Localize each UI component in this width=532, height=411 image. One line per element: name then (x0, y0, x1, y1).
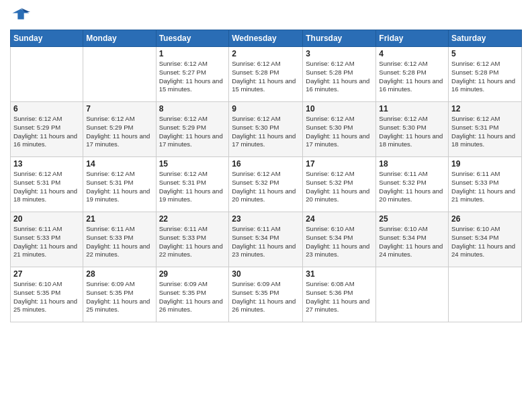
day-number: 6 (13, 104, 80, 113)
day-info: Sunrise: 6:11 AM Sunset: 5:33 PM Dayligh… (86, 225, 152, 259)
day-cell (449, 267, 522, 322)
day-info: Sunrise: 6:12 AM Sunset: 5:28 PM Dayligh… (379, 60, 445, 94)
day-info: Sunrise: 6:12 AM Sunset: 5:28 PM Dayligh… (451, 60, 519, 94)
logo (10, 7, 32, 24)
day-cell: 15Sunrise: 6:12 AM Sunset: 5:31 PM Dayli… (156, 157, 229, 212)
day-info: Sunrise: 6:12 AM Sunset: 5:30 PM Dayligh… (232, 115, 300, 149)
day-info: Sunrise: 6:12 AM Sunset: 5:30 PM Dayligh… (306, 115, 373, 149)
day-cell: 4Sunrise: 6:12 AM Sunset: 5:28 PM Daylig… (376, 47, 449, 102)
day-number: 17 (306, 159, 373, 169)
day-cell: 14Sunrise: 6:12 AM Sunset: 5:31 PM Dayli… (83, 157, 156, 212)
day-number: 2 (232, 49, 300, 58)
day-info: Sunrise: 6:12 AM Sunset: 5:31 PM Dayligh… (86, 170, 152, 204)
logo-icon (11, 7, 30, 21)
day-number: 27 (13, 269, 80, 279)
weekday-header-thursday: Thursday (303, 30, 376, 47)
day-info: Sunrise: 6:09 AM Sunset: 5:35 PM Dayligh… (86, 280, 152, 314)
day-info: Sunrise: 6:12 AM Sunset: 5:29 PM Dayligh… (13, 115, 80, 149)
day-number: 20 (13, 214, 80, 224)
day-cell: 31Sunrise: 6:08 AM Sunset: 5:36 PM Dayli… (303, 267, 376, 322)
day-cell: 16Sunrise: 6:12 AM Sunset: 5:32 PM Dayli… (229, 157, 303, 212)
weekday-header-wednesday: Wednesday (229, 30, 303, 47)
day-cell: 12Sunrise: 6:12 AM Sunset: 5:31 PM Dayli… (449, 102, 522, 157)
day-info: Sunrise: 6:11 AM Sunset: 5:33 PM Dayligh… (13, 225, 80, 259)
week-row-2: 6Sunrise: 6:12 AM Sunset: 5:29 PM Daylig… (11, 102, 522, 157)
day-cell: 10Sunrise: 6:12 AM Sunset: 5:30 PM Dayli… (303, 102, 376, 157)
weekday-header-sunday: Sunday (11, 30, 83, 47)
day-cell: 11Sunrise: 6:12 AM Sunset: 5:30 PM Dayli… (376, 102, 449, 157)
day-info: Sunrise: 6:09 AM Sunset: 5:35 PM Dayligh… (232, 280, 300, 314)
day-number: 11 (379, 104, 445, 113)
day-info: Sunrise: 6:12 AM Sunset: 5:28 PM Dayligh… (306, 60, 373, 94)
weekday-row: SundayMondayTuesdayWednesdayThursdayFrid… (11, 30, 522, 47)
day-number: 7 (86, 104, 152, 113)
day-number: 25 (379, 214, 445, 224)
day-cell: 22Sunrise: 6:11 AM Sunset: 5:33 PM Dayli… (156, 212, 229, 267)
day-info: Sunrise: 6:12 AM Sunset: 5:32 PM Dayligh… (232, 170, 300, 204)
day-number: 30 (232, 269, 300, 279)
day-number: 26 (451, 214, 519, 224)
day-cell (11, 47, 83, 102)
day-cell: 21Sunrise: 6:11 AM Sunset: 5:33 PM Dayli… (83, 212, 156, 267)
day-number: 4 (379, 49, 445, 58)
day-cell: 18Sunrise: 6:11 AM Sunset: 5:32 PM Dayli… (376, 157, 449, 212)
weekday-header-monday: Monday (83, 30, 156, 47)
day-cell: 29Sunrise: 6:09 AM Sunset: 5:35 PM Dayli… (156, 267, 229, 322)
day-info: Sunrise: 6:12 AM Sunset: 5:32 PM Dayligh… (306, 170, 373, 204)
day-number: 23 (232, 214, 300, 224)
day-info: Sunrise: 6:12 AM Sunset: 5:31 PM Dayligh… (13, 170, 80, 204)
day-cell: 19Sunrise: 6:11 AM Sunset: 5:33 PM Dayli… (449, 157, 522, 212)
day-cell (83, 47, 156, 102)
day-info: Sunrise: 6:11 AM Sunset: 5:34 PM Dayligh… (232, 225, 300, 259)
day-info: Sunrise: 6:12 AM Sunset: 5:29 PM Dayligh… (86, 115, 152, 149)
day-number: 12 (451, 104, 519, 113)
day-number: 28 (86, 269, 152, 279)
weekday-header-tuesday: Tuesday (156, 30, 229, 47)
day-cell: 6Sunrise: 6:12 AM Sunset: 5:29 PM Daylig… (11, 102, 83, 157)
day-number: 19 (451, 159, 519, 169)
day-info: Sunrise: 6:12 AM Sunset: 5:27 PM Dayligh… (159, 60, 226, 94)
day-cell: 24Sunrise: 6:10 AM Sunset: 5:34 PM Dayli… (303, 212, 376, 267)
day-cell: 17Sunrise: 6:12 AM Sunset: 5:32 PM Dayli… (303, 157, 376, 212)
day-number: 8 (159, 104, 226, 113)
day-cell: 23Sunrise: 6:11 AM Sunset: 5:34 PM Dayli… (229, 212, 303, 267)
day-cell: 25Sunrise: 6:10 AM Sunset: 5:34 PM Dayli… (376, 212, 449, 267)
day-cell: 1Sunrise: 6:12 AM Sunset: 5:27 PM Daylig… (156, 47, 229, 102)
day-info: Sunrise: 6:08 AM Sunset: 5:36 PM Dayligh… (306, 280, 373, 314)
day-info: Sunrise: 6:12 AM Sunset: 5:28 PM Dayligh… (232, 60, 300, 94)
day-info: Sunrise: 6:10 AM Sunset: 5:34 PM Dayligh… (306, 225, 373, 259)
day-info: Sunrise: 6:12 AM Sunset: 5:31 PM Dayligh… (159, 170, 226, 204)
day-number: 16 (232, 159, 300, 169)
week-row-1: 1Sunrise: 6:12 AM Sunset: 5:27 PM Daylig… (11, 47, 522, 102)
day-number: 5 (451, 49, 519, 58)
day-cell: 5Sunrise: 6:12 AM Sunset: 5:28 PM Daylig… (449, 47, 522, 102)
day-number: 21 (86, 214, 152, 224)
weekday-header-friday: Friday (376, 30, 449, 47)
day-info: Sunrise: 6:10 AM Sunset: 5:34 PM Dayligh… (379, 225, 445, 259)
day-number: 10 (306, 104, 373, 113)
day-cell (376, 267, 449, 322)
day-cell: 20Sunrise: 6:11 AM Sunset: 5:33 PM Dayli… (11, 212, 83, 267)
day-cell: 7Sunrise: 6:12 AM Sunset: 5:29 PM Daylig… (83, 102, 156, 157)
day-cell: 30Sunrise: 6:09 AM Sunset: 5:35 PM Dayli… (229, 267, 303, 322)
day-cell: 28Sunrise: 6:09 AM Sunset: 5:35 PM Dayli… (83, 267, 156, 322)
week-row-4: 20Sunrise: 6:11 AM Sunset: 5:33 PM Dayli… (11, 212, 522, 267)
calendar-table: SundayMondayTuesdayWednesdayThursdayFrid… (10, 30, 522, 322)
day-info: Sunrise: 6:11 AM Sunset: 5:32 PM Dayligh… (379, 170, 445, 204)
weekday-header-saturday: Saturday (449, 30, 522, 47)
header (10, 7, 522, 24)
day-number: 3 (306, 49, 373, 58)
day-info: Sunrise: 6:09 AM Sunset: 5:35 PM Dayligh… (159, 280, 226, 314)
day-cell: 13Sunrise: 6:12 AM Sunset: 5:31 PM Dayli… (11, 157, 83, 212)
day-number: 13 (13, 159, 80, 169)
day-number: 22 (159, 214, 226, 224)
day-info: Sunrise: 6:12 AM Sunset: 5:30 PM Dayligh… (379, 115, 445, 149)
day-info: Sunrise: 6:11 AM Sunset: 5:33 PM Dayligh… (159, 225, 226, 259)
day-number: 1 (159, 49, 226, 58)
day-info: Sunrise: 6:12 AM Sunset: 5:31 PM Dayligh… (451, 115, 519, 149)
day-cell: 9Sunrise: 6:12 AM Sunset: 5:30 PM Daylig… (229, 102, 303, 157)
day-info: Sunrise: 6:11 AM Sunset: 5:33 PM Dayligh… (451, 170, 519, 204)
week-row-3: 13Sunrise: 6:12 AM Sunset: 5:31 PM Dayli… (11, 157, 522, 212)
calendar-header: SundayMondayTuesdayWednesdayThursdayFrid… (11, 30, 522, 47)
day-number: 31 (306, 269, 373, 279)
